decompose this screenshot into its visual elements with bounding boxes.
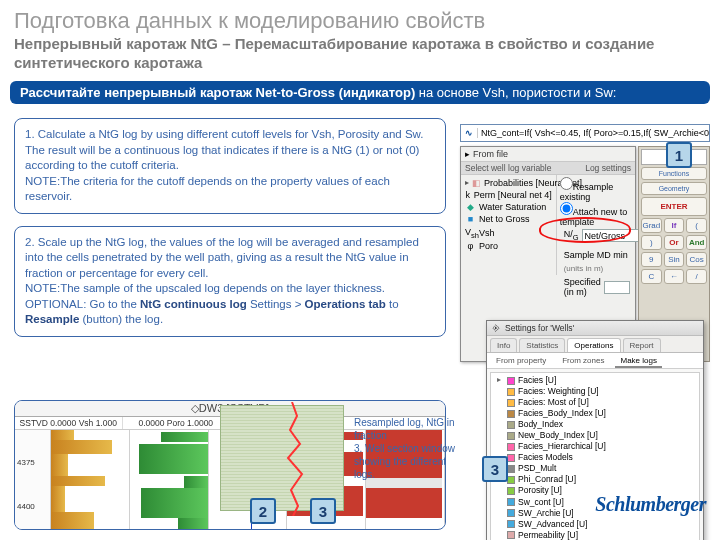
calc-enter[interactable]: ENTER bbox=[641, 197, 707, 216]
calc-key[interactable]: ( bbox=[686, 218, 707, 233]
calc-key[interactable]: C bbox=[641, 269, 662, 284]
calc-functions[interactable]: Functions bbox=[641, 167, 707, 180]
step-1-box: 1. Calculate a NtG log by using differen… bbox=[14, 118, 446, 214]
calc-key[interactable]: Grad bbox=[641, 218, 662, 233]
subtab-from-property[interactable]: From property bbox=[491, 355, 551, 368]
vsh-track bbox=[51, 430, 130, 530]
ntg-icon: N/G bbox=[564, 229, 579, 242]
log-variable-tree[interactable]: ▸◧Probabilities [Neural net] kPerm [Neur… bbox=[461, 175, 557, 275]
schlumberger-logo: Schlumberger bbox=[595, 493, 706, 516]
attach-radio[interactable] bbox=[560, 202, 573, 215]
formula-text: NtG_cont=If( Vsh<=0.45, If( Poro>=0.15,I… bbox=[477, 128, 709, 138]
well-3d-thumbnail bbox=[220, 405, 344, 511]
settings-tabs[interactable]: Info Statistics Operations Report bbox=[487, 336, 703, 353]
title-block: Подготовка данных к моделированию свойст… bbox=[0, 0, 720, 75]
calc-key[interactable]: Cos bbox=[686, 252, 707, 267]
subtab-make-logs[interactable]: Make logs bbox=[615, 355, 661, 368]
log-col-1: SSTVD 0.0000 Vsh 1.000 bbox=[15, 417, 123, 429]
resample-radio[interactable] bbox=[560, 177, 573, 190]
calc-key[interactable]: 9 bbox=[641, 252, 662, 267]
tab-operations[interactable]: Operations bbox=[567, 338, 620, 352]
depth-mark: 4400 bbox=[17, 502, 35, 511]
badge-3-right: 3 bbox=[482, 456, 508, 482]
tab-report[interactable]: Report bbox=[623, 338, 661, 352]
calc-key[interactable]: Or bbox=[664, 235, 685, 250]
log-settings-header: Log settings bbox=[585, 163, 631, 173]
well-path-line bbox=[282, 402, 308, 516]
formula-icon: ∿ bbox=[461, 128, 477, 138]
calc-geometry[interactable]: Geometry bbox=[641, 182, 707, 195]
log-col-2: 0.0000 Poro 1.0000 bbox=[123, 417, 231, 429]
settings-subtabs[interactable]: From property From zones Make logs bbox=[487, 353, 703, 369]
select-var-header: Select well log variable bbox=[465, 163, 551, 173]
right-panel: ∿ NtG_cont=If( Vsh<=0.45, If( Poro>=0.15… bbox=[460, 124, 710, 504]
poro-track bbox=[130, 430, 209, 530]
calc-key[interactable]: ) bbox=[641, 235, 662, 250]
calc-key[interactable]: ← bbox=[664, 269, 685, 284]
calc-key[interactable]: If bbox=[664, 218, 685, 233]
formula-bar[interactable]: ∿ NtG_cont=If( Vsh<=0.45, If( Poro>=0.15… bbox=[460, 124, 710, 142]
tab-info[interactable]: Info bbox=[490, 338, 517, 352]
badge-1: 1 bbox=[666, 142, 692, 168]
calc-key[interactable]: And bbox=[686, 235, 707, 250]
from-file-label: From file bbox=[473, 149, 508, 159]
badge-3-left: 3 bbox=[310, 498, 336, 524]
depth-track: 4375 4400 bbox=[15, 430, 51, 530]
spacing-input[interactable] bbox=[604, 281, 630, 294]
slide-title: Подготовка данных к моделированию свойст… bbox=[14, 8, 706, 33]
slide-subtitle: Непрерывный каротаж NtG – Перемасштабиро… bbox=[14, 35, 706, 73]
calc-key[interactable]: Sin bbox=[664, 252, 685, 267]
settings-title-bar: 🞚 Settings for 'Wells' bbox=[487, 321, 703, 336]
badge-2: 2 bbox=[250, 498, 276, 524]
calc-key[interactable]: / bbox=[686, 269, 707, 284]
subtab-from-zones[interactable]: From zones bbox=[557, 355, 609, 368]
task-bar-text: Рассчитайте непрерывный каротаж Net-to-G… bbox=[20, 85, 700, 100]
gear-icon: 🞚 bbox=[492, 323, 501, 333]
depth-mark: 4375 bbox=[17, 458, 35, 467]
step-3-callout: Resampled log, NtG in fraction 3. Well s… bbox=[354, 416, 466, 481]
left-column: 1. Calculate a NtG log by using differen… bbox=[14, 118, 446, 337]
tab-statistics[interactable]: Statistics bbox=[519, 338, 565, 352]
task-bar: Рассчитайте непрерывный каротаж Net-to-G… bbox=[10, 81, 710, 104]
step-2-box: 2. Scale up the NtG log, the values of t… bbox=[14, 226, 446, 337]
